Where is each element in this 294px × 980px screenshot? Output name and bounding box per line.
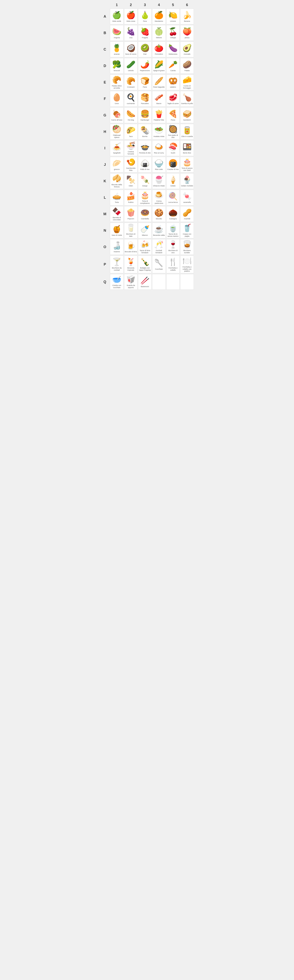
cell-emoji-F6: 🍗 [183,94,192,102]
cell-emoji-P4: 🥄 [154,259,164,267]
cell-emoji-E2: 🥐 [126,77,135,85]
cell-label-L5: Lecca-lecca [168,201,178,204]
cell-label-A6: Banana [184,20,190,22]
cell-label-E3: Pane [143,86,147,88]
cell-label-O6: Bicchiere tumbler [181,250,193,254]
cell-label-K6: Gelato morbido [181,185,193,187]
cell-label-K3: Dango [142,185,148,187]
cell-B4: 🍈Melone [152,25,166,41]
row-label-C: C [100,41,110,57]
cell-label-H6: Cibo in scatola [181,135,193,138]
cell-label-D1: broccoli [114,70,120,72]
cell-emoji-C2: 🥥 [126,44,135,52]
cell-label-D3: Peperoncino [140,70,150,72]
cell-P3: 🍾Bottiglia con tappo Popping [138,256,152,273]
cell-I4: 🍛Riso al curry [152,140,166,156]
cell-emoji-H4: 🥗 [154,126,164,135]
cell-label-G4: Patatine fritte [154,119,164,121]
cell-C4: 🍅Pomodoro [152,41,166,57]
cell-Q4 [152,274,166,290]
cell-D5: 🥕Carota [166,58,180,74]
cell-label-M4: biscotto [156,218,162,220]
cell-emoji-K3: 🍡 [140,176,149,184]
row-C: C🍍ananas🥥Noce di cocco🥝Kiwi🍅Pomodoro🍆Mel… [100,41,194,57]
cell-emoji-H5: 🥘 [168,125,178,134]
cell-emoji-O4: 🥂 [154,240,164,249]
cell-emoji-C1: 🍍 [112,44,121,52]
cell-emoji-I5: 🍣 [168,143,178,151]
cell-emoji-L1: 🥧 [112,192,121,200]
cell-label-P5: Forchetta e coltello [167,267,180,271]
cell-label-P3: Bottiglia con tappo Popping [138,267,151,271]
cell-emoji-E5: 🥨 [168,77,178,85]
cell-label-B2: Uva [129,37,132,39]
row-label-Q: Q [100,274,110,290]
cell-Q2: 🥡Scatola da asporto [124,274,138,290]
cell-F2: 🍳cucinando [124,91,138,107]
cell-label-C6: Avocado [184,53,191,55]
cell-J4: 🍚Riso cotto [152,157,166,172]
cell-emoji-I6: 🍱 [183,143,192,151]
cell-J1: 🥟gnocco [110,157,124,172]
cell-E6: 🧀Cuneo di formaggio [180,75,194,90]
cell-label-I3: Pentola di cibo [139,152,151,154]
cell-P6: 🍽️Forchetta e coltello con piattino [180,256,194,273]
cell-L5: 🍭Lecca-lecca [166,190,180,205]
cell-emoji-N3: 🍼 [140,225,149,234]
cell-label-A5: Limone [170,20,176,22]
cell-emoji-N6: 🥤 [183,224,192,232]
cell-K5: 🍦Gelato [166,173,180,189]
cell-N6: 🥤Coppa con paglia [180,223,194,238]
cell-emoji-J5: 🍘 [168,159,178,167]
cell-label-C5: Melanzana [168,53,177,55]
cell-A5: 🍋Limone [166,9,180,24]
cell-label-F3: Pancakes [141,102,149,105]
row-L: L🥧Torta🍰frottino🎂Torta di compleanno🍮Cre… [100,189,194,205]
cell-H3: 🌯Burrito [138,124,152,140]
cell-label-O2: Boccale di birra [125,251,137,253]
cell-C6: 🥑Avocado [180,41,194,57]
cell-label-F4: Bacon [156,102,162,105]
cell-E4: 🥖Pane baguette [152,75,166,90]
cell-emoji-H6: 🥫 [183,126,192,135]
cell-emoji-I1: 🍝 [112,143,121,151]
cell-L2: 🍰frottino [124,190,138,205]
cell-label-Q3: Bastoncini [141,286,149,288]
cell-label-I2: Cotoloa fumante [125,151,137,155]
cell-label-H4: insalata mista [154,135,164,138]
row-K: K🥠Biscotto della fortuna🍢Oden🍡Dango🍧Ghia… [100,173,194,189]
row-label-spacer [100,2,110,8]
cell-label-D6: Patata [184,70,189,72]
cell-emoji-M2: 🍿 [126,209,135,217]
cell-emoji-C4: 🍅 [154,44,164,52]
cell-label-F6: Gamba di pollo [181,102,193,105]
cell-K3: 🍡Dango [138,173,152,189]
row-Q: Q🥣Ciotola con cucchiaio🥡Scatola da aspor… [100,274,194,290]
cell-emoji-H2: 🌮 [126,126,135,135]
cell-N3: 🍼biberon [138,223,152,238]
cell-label-H5: Pan piatto di cibo [167,134,180,138]
cell-P2: 🍹Bevanda tropicale [124,256,138,273]
cell-emoji-B4: 🍈 [154,28,164,36]
cell-emoji-G3: 🍔 [140,110,149,118]
row-label-K: K [100,173,110,189]
cell-label-L1: Torta [115,201,119,204]
cell-label-C4: Pomodoro [155,53,163,55]
cell-emoji-N1: 🍯 [112,225,121,234]
cell-G6: 🥪Sandwich [180,107,194,123]
cell-emoji-A5: 🍋 [168,11,178,19]
cell-label-N1: Vaso di miele [111,234,122,236]
cell-M1: 🍫Barretta di cioccolato [110,206,124,222]
cell-F4: 🥓Bacon [152,91,166,107]
cell-M4: 🍪biscotto [152,206,166,222]
cell-F1: 🥚Uovo [110,91,124,107]
cell-H6: 🥫Cibo in scatola [180,124,194,140]
cell-L4: 🍮Crema pasticciera [152,190,166,205]
cell-emoji-E1: 🥐 [112,76,121,84]
cell-emoji-I3: 🍲 [140,143,149,151]
cell-emoji-M5: 🌰 [168,209,178,217]
row-P: P🍸Bicchiere da cocktail🍹Bevanda tropical… [100,255,194,274]
cell-emoji-L6: 🍬 [183,192,192,200]
row-H: H🥙Flatbread ripieno🌮Taco🌯Burrito🥗insalat… [100,124,194,140]
row-label-A: A [100,8,110,24]
